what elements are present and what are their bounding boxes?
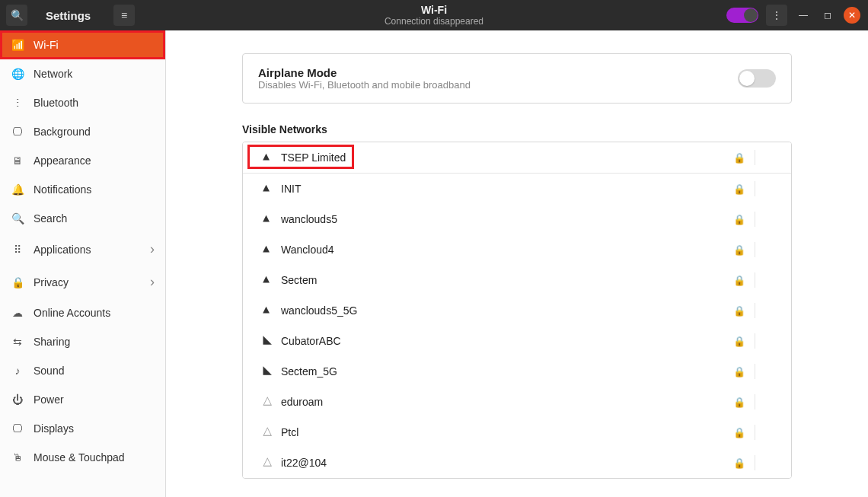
- sidebar-item-label: Online Accounts: [34, 307, 110, 319]
- titlebar-right: ⋮ — ◻ ✕: [726, 5, 868, 26]
- lock-icon: 🔒: [724, 275, 755, 286]
- lock-icon: 🔒: [724, 183, 755, 195]
- sidebar-item-applications[interactable]: ⠿Applications›: [0, 233, 165, 266]
- network-options-divider: [755, 150, 777, 165]
- network-row[interactable]: ▼wanclouds5_5G🔒: [243, 295, 791, 326]
- network-name: eduroam: [281, 396, 724, 408]
- network-icon: 🌐: [11, 68, 24, 80]
- network-options-divider: [755, 425, 777, 440]
- mouse-icon: 🖱: [11, 451, 24, 464]
- sidebar: 📶Wi-Fi🌐NetworkⵗBluetooth🖵Background🖥Appe…: [0, 30, 166, 497]
- window-minimize[interactable]: —: [795, 7, 812, 24]
- sidebar-item-online-accounts[interactable]: ☁Online Accounts: [0, 298, 165, 327]
- network-options-divider: [755, 455, 777, 470]
- wifi-signal-icon: ◥: [257, 334, 272, 348]
- sidebar-item-label: Bluetooth: [34, 97, 78, 109]
- chevron-right-icon: ›: [150, 241, 155, 257]
- sidebar-item-label: Sharing: [34, 336, 70, 348]
- network-name: wanclouds5: [281, 213, 724, 225]
- network-row[interactable]: ▼Sectem🔒: [243, 265, 791, 295]
- kebab-icon: ⋮: [771, 9, 782, 21]
- online-accounts-icon: ☁: [11, 307, 24, 319]
- network-options-divider: [755, 181, 777, 196]
- appearance-icon: 🖥: [11, 155, 24, 167]
- privacy-icon: 🔒: [11, 276, 24, 288]
- sidebar-item-sound[interactable]: ♪Sound: [0, 356, 165, 385]
- background-icon: 🖵: [11, 126, 24, 138]
- network-row[interactable]: ◥Sectem_5G🔒: [243, 356, 791, 387]
- hamburger-icon: ≡: [121, 9, 127, 21]
- sidebar-item-label: Background: [34, 126, 91, 138]
- sidebar-item-appearance[interactable]: 🖥Appearance: [0, 146, 165, 175]
- sidebar-item-notifications[interactable]: 🔔Notifications: [0, 175, 165, 204]
- wifi-signal-icon: ▼: [257, 183, 272, 196]
- wifi-signal-icon: ▼: [257, 304, 272, 317]
- search-icon: 🔍: [11, 212, 24, 225]
- wifi-signal-icon: ◥: [257, 365, 272, 378]
- network-name: Wancloud4: [281, 244, 724, 256]
- titlebar: 🔍 Settings ≡ Wi-Fi Connection disappeare…: [0, 0, 868, 30]
- toggle-knob: [744, 8, 758, 22]
- network-row[interactable]: ◥CubatorABC🔒: [243, 326, 791, 356]
- window-maximize[interactable]: ◻: [819, 7, 836, 24]
- sidebar-item-sharing[interactable]: ⇆Sharing: [0, 327, 165, 356]
- network-row[interactable]: ▽eduroam🔒: [243, 387, 791, 417]
- wifi-signal-icon: ▼: [257, 274, 272, 287]
- network-row[interactable]: ▽Ptcl🔒: [243, 417, 791, 448]
- sidebar-item-label: Power: [34, 393, 64, 406]
- sidebar-item-label: Search: [34, 212, 67, 225]
- sidebar-item-privacy[interactable]: 🔒Privacy›: [0, 266, 165, 298]
- sidebar-item-label: Displays: [34, 422, 74, 435]
- sidebar-item-label: Sound: [34, 365, 64, 377]
- lock-icon: 🔒: [724, 214, 755, 225]
- bluetooth-icon: ⵗ: [11, 97, 24, 109]
- sidebar-item-wifi[interactable]: 📶Wi-Fi: [0, 30, 165, 59]
- network-row[interactable]: ▼INIT🔒: [243, 174, 791, 204]
- lock-icon: 🔒: [724, 152, 755, 164]
- sidebar-item-network[interactable]: 🌐Network: [0, 59, 165, 88]
- sidebar-item-label: Notifications: [34, 183, 91, 196]
- airplane-mode-switch[interactable]: [738, 69, 776, 88]
- lock-icon: 🔒: [724, 397, 755, 408]
- lock-icon: 🔒: [724, 427, 755, 438]
- network-options-divider: [755, 272, 777, 288]
- airplane-title: Airplane Mode: [258, 66, 471, 79]
- wifi-signal-icon: ▼: [257, 244, 272, 256]
- wifi-signal-icon: ▼: [257, 213, 272, 226]
- network-options-divider: [755, 242, 777, 257]
- network-options-divider: [755, 333, 777, 349]
- network-options-divider: [755, 394, 777, 409]
- sidebar-item-bluetooth[interactable]: ⵗBluetooth: [0, 88, 165, 117]
- lock-icon: 🔒: [724, 305, 755, 317]
- wifi-signal-icon: ▼: [257, 151, 272, 164]
- sidebar-item-displays[interactable]: 🖵Displays: [0, 414, 165, 443]
- wifi-signal-icon: ▽: [257, 395, 272, 409]
- kebab-menu-button[interactable]: ⋮: [766, 5, 787, 26]
- network-row[interactable]: ▼wanclouds5🔒: [243, 204, 791, 234]
- network-options-divider: [755, 212, 777, 227]
- sidebar-item-power[interactable]: ⏻Power: [0, 385, 165, 414]
- network-name: it22@104: [281, 457, 724, 469]
- search-button[interactable]: 🔍: [6, 5, 27, 26]
- network-row[interactable]: ▼Wancloud4🔒: [243, 234, 791, 265]
- airplane-subtitle: Disables Wi-Fi, Bluetooth and mobile bro…: [258, 79, 471, 91]
- sidebar-item-mouse[interactable]: 🖱Mouse & Touchpad: [0, 443, 165, 472]
- sidebar-item-label: Privacy: [34, 276, 69, 288]
- chevron-right-icon: ›: [150, 274, 155, 290]
- window-close[interactable]: ✕: [844, 7, 860, 24]
- sound-icon: ♪: [11, 365, 24, 377]
- network-row[interactable]: ▽it22@104🔒: [243, 448, 791, 478]
- lock-icon: 🔒: [724, 366, 755, 378]
- sidebar-item-label: Appearance: [34, 155, 91, 167]
- applications-icon: ⠿: [11, 244, 24, 256]
- network-name: TSEP Limited: [281, 151, 724, 164]
- search-icon: 🔍: [11, 9, 24, 21]
- hamburger-button[interactable]: ≡: [113, 5, 135, 26]
- sidebar-item-search[interactable]: 🔍Search: [0, 204, 165, 233]
- sidebar-item-label: Network: [34, 68, 72, 80]
- notifications-icon: 🔔: [11, 183, 24, 196]
- network-name: CubatorABC: [281, 335, 724, 347]
- sidebar-item-background[interactable]: 🖵Background: [0, 117, 165, 146]
- wifi-master-toggle[interactable]: [726, 8, 758, 23]
- network-row[interactable]: ▼TSEP Limited🔒: [243, 142, 791, 174]
